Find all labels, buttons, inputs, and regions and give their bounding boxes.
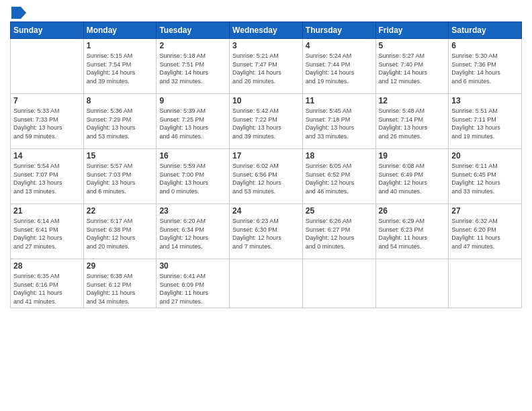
day-info: Sunrise: 5:42 AM Sunset: 7:22 PM Dayligh… [232,107,300,140]
calendar-cell [11,39,84,94]
calendar-cell: 16Sunrise: 5:59 AM Sunset: 7:00 PM Dayli… [157,149,230,204]
page: SundayMondayTuesdayWednesdayThursdayFrid… [0,0,532,411]
calendar: SundayMondayTuesdayWednesdayThursdayFrid… [10,21,522,308]
calendar-cell: 20Sunrise: 6:11 AM Sunset: 6:45 PM Dayli… [449,149,522,204]
svg-marker-0 [11,7,26,19]
calendar-cell: 19Sunrise: 6:08 AM Sunset: 6:49 PM Dayli… [375,149,449,204]
day-info: Sunrise: 6:26 AM Sunset: 6:27 PM Dayligh… [306,217,373,250]
calendar-cell: 30Sunrise: 6:41 AM Sunset: 6:09 PM Dayli… [157,259,230,308]
calendar-cell: 5Sunrise: 5:27 AM Sunset: 7:40 PM Daylig… [375,39,449,94]
calendar-cell: 2Sunrise: 5:18 AM Sunset: 7:51 PM Daylig… [157,39,230,94]
calendar-cell: 9Sunrise: 5:39 AM Sunset: 7:25 PM Daylig… [157,94,230,149]
calendar-cell: 12Sunrise: 5:48 AM Sunset: 7:14 PM Dayli… [375,94,449,149]
day-number: 4 [306,41,373,50]
day-info: Sunrise: 6:29 AM Sunset: 6:23 PM Dayligh… [379,217,446,250]
calendar-cell [449,259,522,308]
day-info: Sunrise: 5:51 AM Sunset: 7:11 PM Dayligh… [451,107,519,140]
calendar-cell: 6Sunrise: 5:30 AM Sunset: 7:36 PM Daylig… [449,39,522,94]
day-info: Sunrise: 6:32 AM Sunset: 6:20 PM Dayligh… [451,217,519,250]
calendar-week-row: 1Sunrise: 5:15 AM Sunset: 7:54 PM Daylig… [11,39,522,94]
calendar-day-header: Monday [83,22,157,39]
calendar-cell [230,259,303,308]
header [10,7,522,16]
day-info: Sunrise: 6:35 AM Sunset: 6:16 PM Dayligh… [13,272,81,306]
calendar-cell: 21Sunrise: 6:14 AM Sunset: 6:41 PM Dayli… [11,204,84,259]
calendar-cell: 13Sunrise: 5:51 AM Sunset: 7:11 PM Dayli… [449,94,522,149]
day-info: Sunrise: 6:20 AM Sunset: 6:34 PM Dayligh… [159,217,226,250]
day-number: 5 [379,41,446,50]
day-info: Sunrise: 5:36 AM Sunset: 7:29 PM Dayligh… [87,107,154,140]
day-number: 16 [159,151,226,161]
day-number: 9 [159,96,226,105]
day-info: Sunrise: 5:21 AM Sunset: 7:47 PM Dayligh… [232,52,300,85]
calendar-cell: 26Sunrise: 6:29 AM Sunset: 6:23 PM Dayli… [375,204,449,259]
day-number: 21 [13,206,81,216]
day-info: Sunrise: 6:38 AM Sunset: 6:12 PM Dayligh… [87,272,154,306]
calendar-cell: 18Sunrise: 6:05 AM Sunset: 6:52 PM Dayli… [302,149,375,204]
day-info: Sunrise: 6:41 AM Sunset: 6:09 PM Dayligh… [159,272,226,306]
day-info: Sunrise: 6:14 AM Sunset: 6:41 PM Dayligh… [13,217,81,250]
calendar-cell: 11Sunrise: 5:45 AM Sunset: 7:18 PM Dayli… [302,94,375,149]
day-number: 2 [159,41,226,50]
day-number: 22 [87,206,154,216]
calendar-cell: 24Sunrise: 6:23 AM Sunset: 6:30 PM Dayli… [230,204,303,259]
day-info: Sunrise: 5:24 AM Sunset: 7:44 PM Dayligh… [306,52,373,85]
logo-arrow-icon [11,7,26,19]
day-number: 8 [87,96,154,105]
calendar-cell: 23Sunrise: 6:20 AM Sunset: 6:34 PM Dayli… [157,204,230,259]
day-number: 11 [306,96,373,105]
day-number: 13 [451,96,519,105]
day-number: 25 [306,206,373,216]
day-info: Sunrise: 5:30 AM Sunset: 7:36 PM Dayligh… [451,52,519,85]
day-info: Sunrise: 6:11 AM Sunset: 6:45 PM Dayligh… [451,162,519,195]
calendar-cell: 7Sunrise: 5:33 AM Sunset: 7:33 PM Daylig… [11,94,84,149]
calendar-day-header: Saturday [449,22,522,39]
day-info: Sunrise: 5:27 AM Sunset: 7:40 PM Dayligh… [379,52,446,85]
calendar-week-row: 7Sunrise: 5:33 AM Sunset: 7:33 PM Daylig… [11,94,522,149]
day-info: Sunrise: 6:02 AM Sunset: 6:56 PM Dayligh… [232,162,300,195]
calendar-week-row: 21Sunrise: 6:14 AM Sunset: 6:41 PM Dayli… [11,204,522,259]
calendar-header-row: SundayMondayTuesdayWednesdayThursdayFrid… [11,22,522,39]
day-number: 3 [232,41,300,50]
day-number: 27 [451,206,519,216]
calendar-cell: 10Sunrise: 5:42 AM Sunset: 7:22 PM Dayli… [230,94,303,149]
day-number: 28 [13,261,81,271]
day-number: 17 [232,151,300,161]
day-info: Sunrise: 5:54 AM Sunset: 7:07 PM Dayligh… [13,162,81,195]
day-number: 23 [159,206,226,216]
day-number: 15 [87,151,154,161]
calendar-week-row: 14Sunrise: 5:54 AM Sunset: 7:07 PM Dayli… [11,149,522,204]
calendar-cell: 14Sunrise: 5:54 AM Sunset: 7:07 PM Dayli… [11,149,84,204]
day-number: 26 [379,206,446,216]
calendar-cell: 28Sunrise: 6:35 AM Sunset: 6:16 PM Dayli… [11,259,84,308]
day-number: 24 [232,206,300,216]
day-number: 29 [87,261,154,271]
day-info: Sunrise: 6:17 AM Sunset: 6:38 PM Dayligh… [87,217,154,250]
calendar-week-row: 28Sunrise: 6:35 AM Sunset: 6:16 PM Dayli… [11,259,522,308]
calendar-day-header: Thursday [302,22,375,39]
day-number: 1 [87,41,154,50]
calendar-cell: 25Sunrise: 6:26 AM Sunset: 6:27 PM Dayli… [302,204,375,259]
day-number: 10 [232,96,300,105]
day-info: Sunrise: 5:48 AM Sunset: 7:14 PM Dayligh… [379,107,446,140]
calendar-cell: 29Sunrise: 6:38 AM Sunset: 6:12 PM Dayli… [83,259,157,308]
logo [10,7,26,16]
calendar-day-header: Tuesday [157,22,230,39]
day-info: Sunrise: 5:59 AM Sunset: 7:00 PM Dayligh… [159,162,226,195]
calendar-cell [302,259,375,308]
day-number: 14 [13,151,81,161]
day-info: Sunrise: 5:15 AM Sunset: 7:54 PM Dayligh… [87,52,154,85]
calendar-day-header: Sunday [11,22,84,39]
day-info: Sunrise: 5:18 AM Sunset: 7:51 PM Dayligh… [159,52,226,85]
calendar-cell: 4Sunrise: 5:24 AM Sunset: 7:44 PM Daylig… [302,39,375,94]
day-number: 19 [379,151,446,161]
day-number: 7 [13,96,81,105]
calendar-cell: 27Sunrise: 6:32 AM Sunset: 6:20 PM Dayli… [449,204,522,259]
calendar-cell: 17Sunrise: 6:02 AM Sunset: 6:56 PM Dayli… [230,149,303,204]
calendar-day-header: Friday [375,22,449,39]
day-info: Sunrise: 5:45 AM Sunset: 7:18 PM Dayligh… [306,107,373,140]
day-info: Sunrise: 5:57 AM Sunset: 7:03 PM Dayligh… [87,162,154,195]
calendar-cell: 8Sunrise: 5:36 AM Sunset: 7:29 PM Daylig… [83,94,157,149]
day-number: 12 [379,96,446,105]
calendar-cell: 1Sunrise: 5:15 AM Sunset: 7:54 PM Daylig… [83,39,157,94]
